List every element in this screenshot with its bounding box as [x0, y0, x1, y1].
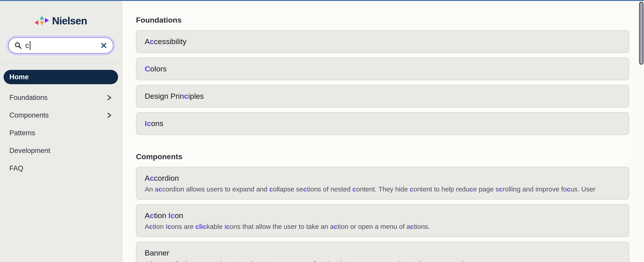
section-gap [136, 140, 629, 152]
search-match-highlight: c [303, 185, 307, 193]
app-root: Nielsen c HomeFoundationsComponentsPatte… [0, 1, 644, 262]
card-description: A banner displays a prominent, persisten… [145, 260, 620, 262]
close-icon [100, 42, 107, 49]
card-icons[interactable]: Icons [136, 112, 629, 135]
section-heading-components: Components [136, 152, 629, 161]
search-match-highlight: c [168, 223, 171, 230]
search-match-highlight: c [150, 37, 154, 46]
sidebar-item-label: Components [10, 111, 49, 119]
search-container: c [8, 37, 114, 54]
chevron-right-icon [106, 112, 112, 119]
search-match-highlight: c [414, 260, 417, 262]
card-banner[interactable]: BannerA banner displays a prominent, per… [136, 242, 629, 262]
search-match-highlight: c [499, 185, 503, 193]
search-match-highlight: c [149, 223, 153, 230]
sidebar-item-home[interactable]: Home [4, 70, 118, 84]
search-icon [14, 42, 22, 49]
search-match-highlight: c [170, 211, 175, 220]
scrollbar-track[interactable] [638, 1, 644, 262]
card-title: Colors [145, 64, 620, 73]
search-match-highlight: c [469, 185, 473, 193]
search-match-highlight: c [158, 185, 162, 193]
search-match-highlight: c [147, 119, 151, 128]
nielsen-logo-mark [35, 15, 49, 26]
search-match-highlight: c [184, 92, 188, 100]
section-heading-foundations: Foundations [136, 16, 629, 24]
card-action-icon[interactable]: Action IconAction Icons are clickable ic… [136, 204, 629, 237]
search-match-highlight: c [226, 223, 230, 230]
search-match-highlight: c [269, 185, 273, 193]
sidebar: Nielsen c HomeFoundationsComponentsPatte… [0, 1, 122, 262]
card-accessibility[interactable]: Accessibility [136, 30, 629, 53]
nielsen-wordmark: Nielsen [52, 15, 87, 27]
sidebar-item-development[interactable]: Development [4, 144, 118, 158]
search-match-highlight: c [410, 223, 414, 230]
sidebar-item-patterns[interactable]: Patterns [4, 126, 118, 140]
search-match-highlight: c [410, 185, 414, 193]
sidebar-item-label: Patterns [10, 129, 35, 137]
sidebar-item-components[interactable]: Components [4, 108, 118, 122]
search-input[interactable]: c [8, 37, 114, 54]
card-title: Banner [145, 248, 620, 257]
sidebar-item-label: Home [10, 73, 28, 81]
search-match-highlight: c [567, 185, 570, 193]
card-title: Icons [145, 119, 620, 128]
chevron-right-icon [106, 94, 112, 101]
card-description: Action Icons are clickable icons that al… [145, 223, 620, 230]
card-title: Action Icon [145, 211, 620, 220]
card-title: Accessibility [145, 37, 620, 46]
sidebar-item-foundations[interactable]: Foundations [4, 90, 118, 105]
card-colors[interactable]: Colors [136, 58, 629, 80]
text-cursor [30, 41, 30, 50]
main-content: FoundationsAccessibilityColorsDesign Pri… [122, 1, 644, 262]
search-match-highlight: c [352, 185, 356, 193]
search-match-highlight: c [150, 174, 154, 182]
search-clear-button[interactable] [100, 42, 107, 49]
card-accordion[interactable]: AccordionAn accordion allows users to ex… [136, 167, 629, 200]
search-match-highlight: c [150, 211, 154, 220]
search-match-highlight: c [334, 223, 338, 230]
sidebar-nav: HomeFoundationsComponentsPatternsDevelop… [0, 64, 122, 179]
sidebar-item-label: FAQ [10, 164, 23, 172]
nielsen-logo: Nielsen [0, 15, 122, 27]
search-match-highlight: C [145, 64, 150, 73]
card-title: Accordion [145, 174, 620, 183]
search-match-highlight: clic [196, 223, 206, 230]
sidebar-item-label: Development [10, 147, 50, 155]
sidebar-item-faq[interactable]: FAQ [4, 161, 118, 176]
card-design-principles[interactable]: Design Principles [136, 85, 629, 107]
card-title: Design Principles [145, 92, 620, 100]
search-query-text: c [25, 41, 30, 50]
sidebar-item-label: Foundations [10, 94, 48, 102]
card-description: An accordion allows users to expand and … [145, 185, 620, 193]
scrollbar-thumb[interactable] [639, 2, 644, 65]
